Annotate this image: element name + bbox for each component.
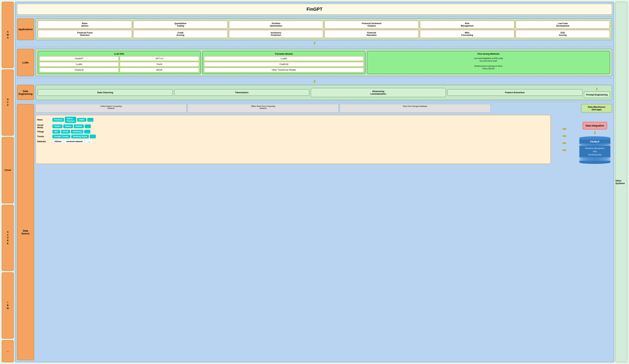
- ds-trends-tags: Google Trends Seeking Alpha ......: [52, 135, 96, 138]
- arrow2: ➡: [562, 133, 566, 139]
- tag-twitter: Twitter: [52, 124, 62, 128]
- llm-chatglm: ChatGLM: [39, 68, 119, 72]
- app-risk: RiskManagement: [420, 20, 514, 29]
- title-bar: FinGPT: [17, 4, 612, 15]
- finnlp-title: FinNLP: [590, 140, 600, 143]
- finnlp-apis: APIs: [581, 150, 609, 153]
- apps-grid-row1: Robo-advisor QuantitativeTrading Portfol…: [38, 20, 610, 29]
- ds-datasets-row: Datasets AShare stocknet-dataset ......: [37, 139, 549, 143]
- sidebar-item-aws: AWS: [2, 2, 14, 68]
- main-content: FinGPT Applications Robo-advisor Quantit…: [15, 2, 614, 362]
- app-sentiment: Financial SentimentAnalysis: [324, 20, 419, 29]
- app-robo-advisor: Robo-advisor: [38, 20, 132, 29]
- finetuning-rlsp: Reinforcement Learning on StockPrices (R…: [369, 64, 608, 71]
- app-esg: ESGScoring: [515, 30, 610, 38]
- computing-spacer: [492, 104, 580, 113]
- apps-grid-row2: Financial FraudDetection CreditScoring I…: [38, 30, 610, 38]
- app-credit: CreditScoring: [133, 30, 228, 38]
- tag-yahoo: YahooFinance: [65, 117, 76, 123]
- left-sidebar: AWS GCP Cloud AZURE IBM ...: [2, 2, 14, 362]
- app-fraud: Financial FraudDetection: [38, 30, 132, 38]
- cylinder-title-bar: FinNLP: [579, 139, 610, 144]
- tag-google-trends: Google Trends: [52, 135, 70, 138]
- de-clearning: Data Clearning: [38, 89, 173, 96]
- de-feature: Feature Extraction: [447, 89, 582, 96]
- tag-nasdaq: NASDAQ: [71, 130, 83, 133]
- ds-arrows-area: ➡ ➡ ➡ ➡: [552, 115, 576, 164]
- cylinder-bottom-cap: [579, 161, 610, 164]
- ds-social-tags: Twitter Weibo Reddit ......: [52, 124, 91, 128]
- data-integration-box: Data Integration: [583, 122, 607, 129]
- ds-main-row: News Finnhub YahooFinance CNBC ...... So…: [35, 115, 612, 164]
- finnlp-pipeline: Real-time data pipeline: [581, 147, 609, 150]
- applications-label: Applications: [17, 18, 34, 40]
- finnlp-streaming: Streaming Data: [581, 153, 609, 156]
- trainable-items: LLaMA ChatGLM Other Transformer Models: [204, 56, 364, 72]
- finnlp-content: Real-time data pipeline APIs Streaming D…: [581, 147, 609, 156]
- ds-trends-row: Trends Google Trends Seeking Alpha .....…: [37, 135, 549, 138]
- ds-news-label: News: [37, 119, 51, 121]
- llm-apis-title: LLM APIs: [39, 53, 199, 55]
- outer-wrapper: AWS GCP Cloud AZURE IBM ... FinGPT Appli…: [2, 2, 627, 362]
- ds-datasets-label: Datasets: [37, 140, 51, 143]
- tag-weibo: Weibo: [63, 124, 73, 128]
- sidebar-item-cloud: Cloud: [2, 137, 14, 203]
- right-sidebar-label: Other Systems: [616, 179, 627, 185]
- llm-gpt4: GPT 4.0: [120, 56, 199, 61]
- tag-finnhub: Finnhub: [52, 118, 64, 122]
- main-title: FinGPT: [307, 6, 322, 12]
- app-lowcode: Low-CodeDevelopment: [515, 20, 610, 29]
- finetuning-subsection: Fine-tuning Methods Low-rank Adaptation …: [367, 51, 610, 74]
- trainable-subsection: Trainable Models LLaMA ChatGLM Other Tra…: [202, 51, 365, 74]
- cylinder-divider3: [579, 159, 610, 161]
- app-education: FinancialEducation: [324, 30, 419, 38]
- trainable-transformer: Other Transformer Models: [204, 68, 364, 72]
- tag-sec: SEC: [52, 130, 60, 133]
- tag-nyse: NYSE: [61, 130, 70, 133]
- double-arrow-icon: ⇕: [313, 41, 316, 45]
- ds-label: Data Source: [17, 104, 34, 360]
- right-sidebar: Other Systems: [615, 2, 627, 362]
- llm-chatgpt: ChatGPT: [39, 56, 119, 61]
- arrow1: ➡: [562, 126, 566, 132]
- tag-reddit: Reddit: [74, 124, 84, 128]
- finetuning-title: Fine-tuning Methods: [369, 53, 608, 55]
- online-computing: Online Elastic ComputingNetwork: [35, 104, 186, 113]
- ds-section: Data Source Online Elastic ComputingNetw…: [17, 104, 612, 360]
- tag-stocknet: stocknet-dataset: [64, 139, 84, 143]
- cylinder-divider2: [579, 157, 610, 159]
- ds-right-area: Data Integration ⬆ FinNLP Real-time: [578, 115, 612, 164]
- ds-social-label: SocialMedia: [37, 124, 51, 129]
- sidebar-item-dots: ...: [2, 340, 14, 362]
- ds-filings-tags: SEC NYSE NASDAQ ......: [52, 130, 90, 133]
- tag-seeking-alpha: Seeking Alpha: [71, 135, 89, 138]
- tag-trends-dots: ......: [90, 135, 96, 138]
- llm-apis-subsection: LLM APIs ChatGPT GPT 4.0 LLaMA PaLM Chat…: [38, 51, 201, 74]
- applications-section: Applications Robo-advisor QuantitativeTr…: [17, 18, 612, 40]
- de-content: Data Clearning Tokenization SteammingLem…: [35, 85, 612, 100]
- ds-main: Online Elastic ComputingNetwork Offline …: [35, 104, 612, 360]
- tag-filings-dots: ......: [84, 130, 90, 133]
- de-up-arrow: ⬆: [595, 87, 598, 91]
- ds-datasets-tags: AShare stocknet-dataset ......: [52, 139, 93, 143]
- arrow4: ➡: [562, 147, 566, 153]
- ds-inner: News Finnhub YahooFinance CNBC ...... So…: [35, 115, 551, 164]
- ds-filings-label: Filings: [37, 130, 51, 133]
- tag-news-dots: ......: [87, 118, 93, 122]
- ds-news-tags: Finnhub YahooFinance CNBC ......: [52, 117, 93, 123]
- de-tokenization: Tokenization: [174, 89, 309, 96]
- tag-social-dots: ......: [85, 124, 91, 128]
- llm-palm: PaLM: [120, 62, 199, 67]
- llms-section: LLMs LLM APIs ChatGPT GPT 4.0 LLaMA PaLM…: [17, 49, 612, 76]
- up-arrow-icon: ⇕: [313, 79, 316, 84]
- sidebar-item-ibm: IBM: [2, 272, 14, 339]
- yellow-arrows: ➡ ➡ ➡ ➡: [562, 126, 566, 153]
- ds-filings-row: Filings SEC NYSE NASDAQ ......: [37, 130, 549, 133]
- applications-content: Robo-advisor QuantitativeTrading Portfol…: [35, 18, 612, 40]
- finetuning-lora: Low-rank Adaptation (LoRA) usinglow-rank…: [369, 56, 608, 63]
- cylinder-divider1: [579, 144, 610, 146]
- app-quant-trading: QuantitativeTrading: [133, 20, 228, 29]
- de-prompt: Prompt Engineering: [584, 91, 610, 98]
- realtime-storage: Real-Time Storage Database: [340, 104, 491, 113]
- de-stemming: SteammingLemmatization: [311, 88, 446, 97]
